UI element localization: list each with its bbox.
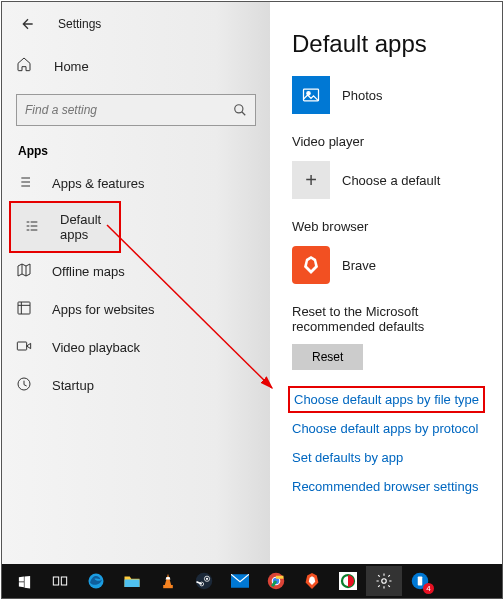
search-input[interactable] xyxy=(25,103,233,117)
video-icon xyxy=(16,338,34,356)
windows-icon xyxy=(17,574,32,589)
link-set-defaults-by-app[interactable]: Set defaults by app xyxy=(292,450,502,465)
gear-icon xyxy=(375,572,393,590)
search-box[interactable] xyxy=(16,94,256,126)
back-button[interactable] xyxy=(16,12,40,36)
web-browser-row[interactable]: Brave xyxy=(292,246,502,284)
arrow-left-icon xyxy=(20,16,36,32)
taskbar-app[interactable] xyxy=(222,566,258,596)
photo-viewer-row[interactable]: Photos xyxy=(292,76,502,114)
home-nav[interactable]: Home xyxy=(2,46,270,86)
window-title: Settings xyxy=(58,17,101,31)
svg-point-11 xyxy=(196,573,213,590)
taskview-icon xyxy=(52,574,68,588)
taskbar-app[interactable] xyxy=(330,566,366,596)
taskbar: 4 xyxy=(2,564,502,598)
app-icon xyxy=(339,572,357,590)
vlc-icon xyxy=(160,572,176,590)
photos-icon xyxy=(292,76,330,114)
home-label: Home xyxy=(54,59,89,74)
web-browser-heading: Web browser xyxy=(292,219,502,234)
startup-icon xyxy=(16,376,34,394)
nav-label: Offline maps xyxy=(52,264,125,279)
nav-offline-maps[interactable]: Offline maps xyxy=(2,252,270,290)
nav-video-playback[interactable]: Video playback xyxy=(2,328,270,366)
svg-point-0 xyxy=(235,105,243,113)
chrome-icon xyxy=(267,572,285,590)
section-label: Apps xyxy=(2,140,270,164)
nav-label: Video playback xyxy=(52,340,140,355)
link-recommended-browser[interactable]: Recommended browser settings xyxy=(292,479,502,494)
nav-apps-features[interactable]: Apps & features xyxy=(2,164,270,202)
websites-icon xyxy=(16,300,34,318)
app-name: Brave xyxy=(342,258,376,273)
svg-rect-2 xyxy=(17,342,26,350)
taskbar-app[interactable] xyxy=(78,566,114,596)
home-icon xyxy=(16,56,36,76)
task-view-button[interactable] xyxy=(42,566,78,596)
app-name: Choose a default xyxy=(342,173,440,188)
brave-icon xyxy=(292,246,330,284)
svg-point-21 xyxy=(382,579,387,584)
nav-label: Startup xyxy=(52,378,94,393)
link-choose-by-protocol[interactable]: Choose default apps by protocol xyxy=(292,421,502,436)
nav-label: Default apps xyxy=(60,212,106,242)
svg-point-13 xyxy=(206,578,208,580)
svg-rect-10 xyxy=(163,585,173,588)
defaults-icon xyxy=(24,218,42,236)
svg-rect-23 xyxy=(418,577,423,586)
explorer-icon xyxy=(123,573,141,589)
svg-rect-7 xyxy=(53,577,58,585)
app-name: Photos xyxy=(342,88,382,103)
taskbar-app[interactable] xyxy=(186,566,222,596)
main-panel: Default apps Photos Video player + Choos… xyxy=(270,2,502,564)
taskbar-settings[interactable] xyxy=(366,566,402,596)
map-icon xyxy=(16,262,34,280)
svg-rect-8 xyxy=(61,577,66,585)
reset-label: Reset to the Microsoft recommended defau… xyxy=(292,304,502,334)
steam-icon xyxy=(195,572,213,590)
svg-rect-1 xyxy=(18,302,30,314)
taskbar-app[interactable]: 4 xyxy=(402,566,438,596)
nav-label: Apps & features xyxy=(52,176,145,191)
list-icon xyxy=(16,174,34,192)
sidebar: Settings Home Apps Apps & features xyxy=(2,2,270,564)
reset-button[interactable]: Reset xyxy=(292,344,363,370)
start-button[interactable] xyxy=(6,566,42,596)
search-icon xyxy=(233,103,247,117)
nav-default-apps[interactable]: Default apps xyxy=(10,202,120,252)
video-player-heading: Video player xyxy=(292,134,502,149)
notification-badge: 4 xyxy=(423,583,434,594)
plus-icon: + xyxy=(292,161,330,199)
nav-apps-for-websites[interactable]: Apps for websites xyxy=(2,290,270,328)
edge-icon xyxy=(87,572,105,590)
taskbar-app[interactable] xyxy=(150,566,186,596)
nav-label: Apps for websites xyxy=(52,302,155,317)
page-title: Default apps xyxy=(292,30,502,58)
video-player-row[interactable]: + Choose a default xyxy=(292,161,502,199)
brave-icon xyxy=(304,572,320,590)
mail-icon xyxy=(231,574,249,588)
nav-startup[interactable]: Startup xyxy=(2,366,270,404)
taskbar-app[interactable] xyxy=(258,566,294,596)
taskbar-app[interactable] xyxy=(114,566,150,596)
taskbar-app[interactable] xyxy=(294,566,330,596)
link-choose-by-file-type[interactable]: Choose default apps by file type xyxy=(292,390,481,409)
